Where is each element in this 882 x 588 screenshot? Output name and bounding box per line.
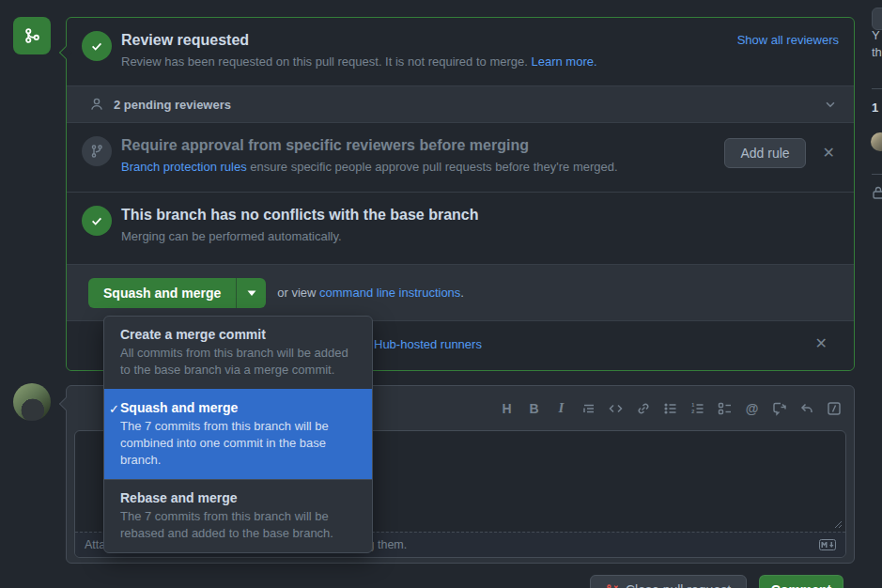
ordered-list-icon[interactable]: 12 <box>688 398 707 418</box>
quote-icon[interactable] <box>579 398 598 418</box>
review-requested-timeline-icon <box>13 17 51 54</box>
mention-icon[interactable]: @ <box>742 398 762 418</box>
review-requested-section: Review requested Review has been request… <box>67 18 854 85</box>
hosted-runners-link[interactable]: Hub-hosted runners <box>374 337 482 351</box>
cross-reference-icon[interactable] <box>769 398 789 418</box>
svg-text:2: 2 <box>691 409 694 414</box>
comment-button-label: Comment <box>771 582 832 588</box>
menu-item-title: Squash and merge <box>120 400 359 415</box>
command-line-instructions-link[interactable]: command line instructions <box>319 286 460 300</box>
sidebar-button-fragment[interactable] <box>872 8 882 30</box>
sidebar-divider <box>872 88 882 89</box>
close-pull-request-label: Close pull request <box>626 582 731 588</box>
no-conflicts-section: This branch has no conflicts with the ba… <box>67 192 854 264</box>
participant-avatar[interactable] <box>871 132 882 151</box>
heading-icon[interactable]: H <box>497 398 517 418</box>
cli-instructions-text: or view command line instructions. <box>277 286 464 300</box>
merge-options-caret-button[interactable] <box>236 278 266 308</box>
dismiss-approval-rule-icon[interactable]: ✕ <box>819 142 839 164</box>
person-icon <box>89 97 104 112</box>
check-circle-icon <box>82 206 112 236</box>
merge-action-bar: Squash and merge or view command line in… <box>67 264 854 320</box>
menu-item-create-merge-commit[interactable]: Create a merge commit All commits from t… <box>104 317 372 389</box>
participants-count: 1 <box>872 101 878 115</box>
squash-and-merge-button[interactable]: Squash and merge <box>88 278 236 308</box>
pull-request-merge-section: Review requested Review has been request… <box>0 0 882 588</box>
user-avatar[interactable] <box>13 383 51 421</box>
review-requested-description: Review has been requested on this pull r… <box>121 54 726 69</box>
menu-item-description: The 7 commits from this branch will be c… <box>120 418 359 469</box>
menu-item-title: Create a merge commit <box>120 327 359 342</box>
slash-commands-icon[interactable] <box>824 398 843 418</box>
pending-reviewers-label: 2 pending reviewers <box>114 98 824 112</box>
menu-item-title: Rebase and merge <box>120 490 359 505</box>
check-icon: ✓ <box>109 402 119 416</box>
chevron-down-icon[interactable] <box>824 98 837 111</box>
period-text: . <box>460 286 464 300</box>
or-view-text: or view <box>277 286 319 300</box>
sidebar-text-fragment: th <box>872 45 882 59</box>
caret-down-icon <box>247 289 256 297</box>
review-requested-description-text: Review has been requested on this pull r… <box>121 54 531 69</box>
no-conflicts-description: Merging can be performed automatically. <box>121 229 839 243</box>
menu-item-description: The 7 commits from this branch will be r… <box>120 508 359 542</box>
unordered-list-icon[interactable] <box>660 398 680 418</box>
approval-rule-description-text: ensure specific people approve pull requ… <box>247 160 618 174</box>
branch-protection-rules-link[interactable]: Branch protection rules <box>121 160 247 174</box>
pending-reviewers-row[interactable]: 2 pending reviewers <box>67 85 854 123</box>
code-icon[interactable] <box>606 398 626 418</box>
branch-rule-icon <box>82 136 112 166</box>
check-circle-icon <box>82 31 112 61</box>
merge-options-dropdown: Create a merge commit All commits from t… <box>103 316 373 553</box>
no-conflicts-title: This branch has no conflicts with the ba… <box>121 206 839 224</box>
menu-item-squash-and-merge[interactable]: ✓ Squash and merge The 7 commits from th… <box>104 389 372 479</box>
approval-rule-title: Require approval from specific reviewers… <box>121 136 713 155</box>
bold-icon[interactable]: B <box>524 398 544 418</box>
italic-icon[interactable]: I <box>551 398 571 418</box>
menu-item-rebase-and-merge[interactable]: Rebase and merge The 7 commits from this… <box>104 479 372 552</box>
sidebar-divider <box>872 174 882 175</box>
approval-rule-section: Require approval from specific reviewers… <box>67 123 854 192</box>
menu-item-description: All commits from this branch will be add… <box>120 345 359 379</box>
approval-rule-description: Branch protection rules ensure specific … <box>121 160 713 174</box>
task-list-icon[interactable] <box>715 398 735 418</box>
svg-text:1: 1 <box>691 402 694 408</box>
lock-conversation-icon[interactable] <box>871 185 882 200</box>
learn-more-link[interactable]: Learn more. <box>531 54 596 69</box>
resize-grip-icon[interactable] <box>834 520 843 529</box>
review-requested-title: Review requested <box>121 31 726 50</box>
dismiss-runners-notice-icon[interactable]: ✕ <box>812 333 831 355</box>
show-all-reviewers-link[interactable]: Show all reviewers <box>737 33 839 47</box>
link-icon[interactable] <box>633 398 653 418</box>
markdown-supported-icon[interactable] <box>819 539 836 550</box>
reply-icon[interactable] <box>797 398 816 418</box>
add-rule-button[interactable]: Add rule <box>724 138 805 168</box>
close-pull-request-button[interactable]: Close pull request <box>590 575 747 588</box>
commit-graph-icon <box>23 26 41 45</box>
pr-closed-icon <box>606 583 619 588</box>
sidebar-text-fragment: Y <box>872 28 880 42</box>
comment-button[interactable]: Comment <box>759 575 843 588</box>
